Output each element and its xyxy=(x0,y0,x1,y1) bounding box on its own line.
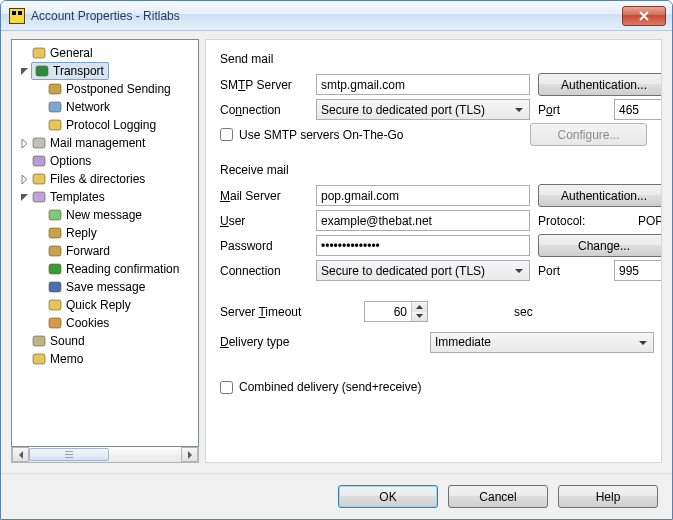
window-close-button[interactable] xyxy=(622,6,666,26)
page-lines-icon xyxy=(31,135,47,151)
svg-rect-12 xyxy=(49,264,61,274)
tree-item-quick-reply[interactable]: Quick Reply xyxy=(14,296,196,314)
tree-item-label: Reading confirmation xyxy=(66,262,179,276)
tree-item-protocol-logging[interactable]: Protocol Logging xyxy=(14,116,196,134)
send-connection-label: Connection xyxy=(220,103,308,117)
tree-item-label: Options xyxy=(50,154,91,168)
tree-item-general[interactable]: General xyxy=(14,44,196,62)
tree-item-transport[interactable]: Transport xyxy=(14,62,196,80)
svg-rect-11 xyxy=(49,246,61,256)
svg-rect-16 xyxy=(33,336,45,346)
password-input[interactable] xyxy=(316,235,530,256)
svg-rect-17 xyxy=(33,354,45,364)
recv-port-label: Port xyxy=(538,264,606,278)
tree-expander-icon[interactable] xyxy=(18,172,31,186)
tree-item-label: Network xyxy=(66,100,110,114)
newmsg-icon xyxy=(47,207,63,223)
svg-rect-9 xyxy=(49,210,61,220)
confirm-icon xyxy=(47,261,63,277)
delivery-combo[interactable]: Immediate xyxy=(430,332,654,353)
svg-rect-1 xyxy=(36,66,48,76)
send-auth-button[interactable]: Authentication... xyxy=(538,73,662,96)
tree-item-forward[interactable]: Forward xyxy=(14,242,196,260)
smtp-server-label: SMTP Server xyxy=(220,78,308,92)
ok-button[interactable]: OK xyxy=(338,485,438,508)
smtp-server-input[interactable] xyxy=(316,74,530,95)
recv-auth-button[interactable]: Authentication... xyxy=(538,184,662,207)
recv-section-label: Receive mail xyxy=(220,163,647,177)
scroll-right-button[interactable] xyxy=(181,447,198,462)
tree-item-reply[interactable]: Reply xyxy=(14,224,196,242)
tree-scrollbar[interactable] xyxy=(11,446,199,463)
tree-item-mail-management[interactable]: Mail management xyxy=(14,134,196,152)
tree-item-save-message[interactable]: Save message xyxy=(14,278,196,296)
dialog-button-row: OK Cancel Help xyxy=(1,473,672,519)
tree-item-reading-confirmation[interactable]: Reading confirmation xyxy=(14,260,196,278)
cancel-button[interactable]: Cancel xyxy=(448,485,548,508)
tree-item-templates[interactable]: Templates xyxy=(14,188,196,206)
send-connection-combo[interactable]: Secure to dedicated port (TLS) xyxy=(316,99,530,120)
tree-item-sound[interactable]: Sound xyxy=(14,332,196,350)
nav-tree[interactable]: GeneralTransportPostponed SendingNetwork… xyxy=(11,39,199,447)
tree-expander-icon[interactable] xyxy=(18,190,31,204)
tree-item-label: Sound xyxy=(50,334,85,348)
tree-item-cookies[interactable]: Cookies xyxy=(14,314,196,332)
svg-rect-7 xyxy=(33,174,45,184)
change-password-button[interactable]: Change... xyxy=(538,234,662,257)
svg-rect-4 xyxy=(49,120,61,130)
globe-arrow-icon xyxy=(34,63,50,79)
timeout-input[interactable] xyxy=(365,302,411,321)
spin-down-icon[interactable] xyxy=(412,312,427,322)
memo-icon xyxy=(31,351,47,367)
tree-item-label: Cookies xyxy=(66,316,109,330)
svg-rect-13 xyxy=(49,282,61,292)
mail-server-input[interactable] xyxy=(316,185,530,206)
tree-item-new-message[interactable]: New message xyxy=(14,206,196,224)
tree-item-files-directories[interactable]: Files & directories xyxy=(14,170,196,188)
otg-checkbox[interactable] xyxy=(220,128,233,141)
tree-item-network[interactable]: Network xyxy=(14,98,196,116)
tree-item-memo[interactable]: Memo xyxy=(14,350,196,368)
chevron-down-icon xyxy=(510,263,527,280)
folder-gear-icon xyxy=(31,45,47,61)
scroll-thumb[interactable] xyxy=(29,448,109,461)
svg-rect-6 xyxy=(33,156,45,166)
configure-button: Configure... xyxy=(530,123,647,146)
chevron-down-icon xyxy=(634,335,651,352)
svg-rect-15 xyxy=(49,318,61,328)
tree-item-label: Postponed Sending xyxy=(66,82,171,96)
tree-item-label: Mail management xyxy=(50,136,145,150)
combined-delivery-row[interactable]: Combined delivery (send+receive) xyxy=(220,376,647,398)
tree-item-options[interactable]: Options xyxy=(14,152,196,170)
page-yellow-icon xyxy=(47,117,63,133)
tree-item-label: Forward xyxy=(66,244,110,258)
user-input[interactable] xyxy=(316,210,530,231)
app-icon xyxy=(9,8,25,24)
send-port-input[interactable] xyxy=(614,99,662,120)
scroll-left-button[interactable] xyxy=(12,447,29,462)
help-button[interactable]: Help xyxy=(558,485,658,508)
svg-rect-14 xyxy=(49,300,61,310)
tree-expander-icon[interactable] xyxy=(18,136,31,150)
protocol-value: POP3 xyxy=(606,214,662,228)
form-panel: Send mail SMTP Server Authentication... … xyxy=(205,39,662,463)
svg-rect-0 xyxy=(33,48,45,58)
recv-connection-combo[interactable]: Secure to dedicated port (TLS) xyxy=(316,260,530,281)
otg-checkbox-row[interactable]: Use SMTP servers On-The-Go xyxy=(220,124,522,146)
forward-icon xyxy=(47,243,63,259)
timeout-spinner[interactable] xyxy=(364,301,428,322)
tree-expander-icon[interactable] xyxy=(18,64,31,78)
combined-delivery-checkbox[interactable] xyxy=(220,381,233,394)
spin-up-icon[interactable] xyxy=(412,302,427,312)
scroll-track[interactable] xyxy=(29,447,181,462)
network-icon xyxy=(47,99,63,115)
svg-rect-10 xyxy=(49,228,61,238)
titlebar: Account Properties - Ritlabs xyxy=(1,1,672,31)
tree-item-label: Files & directories xyxy=(50,172,145,186)
tree-item-label: Reply xyxy=(66,226,97,240)
tree-item-postponed-sending[interactable]: Postponed Sending xyxy=(14,80,196,98)
tree-item-label: Quick Reply xyxy=(66,298,131,312)
cookies-icon xyxy=(47,315,63,331)
recv-port-input[interactable] xyxy=(614,260,662,281)
mail-server-label: Mail Server xyxy=(220,189,308,203)
